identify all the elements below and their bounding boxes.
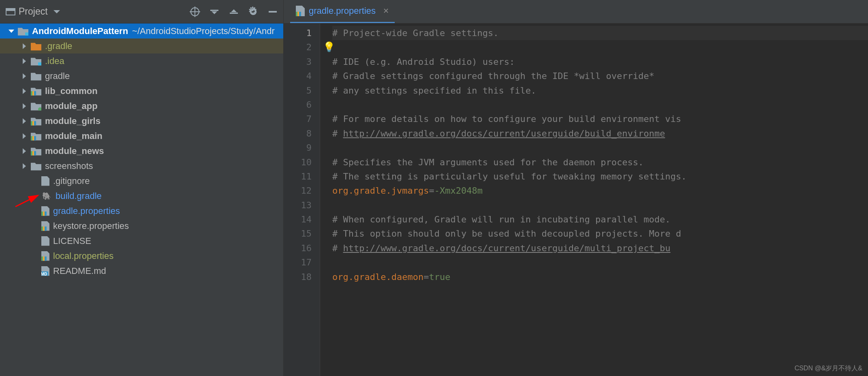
tree-node-keystore-properties[interactable]: keystore.properties — [0, 218, 283, 233]
tree-node-lib-common[interactable]: lib_common — [0, 83, 283, 98]
node-label: README.md — [53, 266, 106, 276]
expand-all-icon[interactable] — [210, 7, 219, 17]
node-label: screenshots — [45, 161, 93, 171]
module-icon — [31, 147, 41, 156]
node-label: keystore.properties — [53, 221, 129, 231]
tree-node--gitignore[interactable]: .gitignore — [0, 173, 283, 188]
code-line: # any settings specified in this file. — [332, 83, 868, 98]
file-icon — [41, 221, 49, 231]
tree-node-gradle[interactable]: gradle — [0, 68, 283, 83]
chevron-right-icon[interactable] — [20, 148, 28, 154]
tree-node-build-gradle[interactable]: build.gradle — [0, 188, 283, 203]
tree-node-module-main[interactable]: module_main — [0, 128, 283, 143]
code-line: org.gradle.jvmargs=-Xmx2048m — [332, 184, 868, 198]
line-number: 4 — [284, 69, 312, 83]
tree-node-AndroidModulePattern[interactable]: AndroidModulePattern~/AndroidStudioProje… — [0, 24, 283, 38]
gear-icon[interactable] — [248, 7, 258, 17]
panel-toolbar — [190, 7, 278, 17]
code-line: # IDE (e.g. Android Studio) users: — [332, 55, 868, 69]
close-icon[interactable]: ✕ — [383, 6, 389, 15]
line-number: 2 — [284, 40, 312, 54]
chevron-right-icon[interactable] — [20, 43, 28, 49]
folder-icon — [31, 72, 41, 81]
chevron-right-icon[interactable] — [20, 133, 28, 139]
chevron-down-icon — [53, 10, 60, 13]
node-label: lib_common — [45, 86, 98, 96]
tree-node-module-girls[interactable]: module_girls — [0, 113, 283, 128]
folder-icon — [31, 57, 41, 66]
folder-icon — [31, 102, 41, 111]
tree-node-module-app[interactable]: module_app — [0, 98, 283, 113]
tree-node-screenshots[interactable]: screenshots — [0, 158, 283, 173]
code-line: # http://www.gradle.org/docs/current/use… — [332, 126, 868, 141]
line-number: 8 — [284, 126, 312, 141]
locate-icon[interactable] — [190, 7, 200, 17]
file-icon — [41, 236, 49, 246]
node-label: AndroidModulePattern — [32, 26, 128, 36]
code-line: # Specifies the JVM arguments used for t… — [332, 155, 868, 169]
node-label: LICENSE — [53, 236, 91, 246]
chevron-right-icon[interactable] — [20, 118, 28, 124]
tree-node-README-md[interactable]: README.md — [0, 263, 283, 278]
code-content[interactable]: # Project-wide Gradle settings. # IDE (e… — [320, 24, 868, 376]
chevron-right-icon[interactable] — [20, 88, 28, 94]
chevron-down-icon[interactable] — [7, 30, 15, 33]
node-label: .gitignore — [53, 176, 90, 186]
line-number: 6 — [284, 98, 312, 112]
code-line — [332, 98, 868, 112]
line-number: 3 — [284, 55, 312, 69]
code-line — [332, 198, 868, 212]
node-label: local.properties — [53, 251, 113, 261]
line-number: 5 — [284, 83, 312, 98]
project-tree[interactable]: AndroidModulePattern~/AndroidStudioProje… — [0, 24, 283, 376]
file-icon — [41, 251, 49, 261]
node-label: module_girls — [45, 116, 100, 126]
tree-node-local-properties[interactable]: local.properties — [0, 248, 283, 263]
node-label: build.gradle — [56, 191, 102, 201]
tree-node--gradle[interactable]: .gradle — [0, 38, 283, 53]
elephant-icon — [41, 192, 52, 201]
chevron-right-icon[interactable] — [20, 58, 28, 64]
chevron-right-icon[interactable] — [20, 73, 28, 79]
project-view-selector[interactable]: Project — [6, 6, 190, 17]
code-line: # The setting is particularly useful for… — [332, 169, 868, 184]
tab-gradle-properties[interactable]: gradle.properties ✕ — [290, 0, 395, 23]
node-label: module_main — [45, 131, 103, 141]
tree-node-module-news[interactable]: module_news — [0, 143, 283, 158]
code-line — [332, 255, 868, 269]
code-editor[interactable]: 💡 123456789101112131415161718 # Project-… — [284, 24, 868, 376]
node-label: module_news — [45, 146, 104, 156]
chevron-right-icon[interactable] — [20, 163, 28, 169]
collapse-all-icon[interactable] — [229, 7, 239, 17]
code-line: # http://www.gradle.org/docs/current/use… — [332, 241, 868, 255]
properties-file-icon — [296, 6, 305, 16]
code-line — [332, 141, 868, 155]
project-panel: Project AndroidModulePattern~/AndroidStu… — [0, 0, 284, 376]
line-number: 16 — [284, 241, 312, 255]
line-number: 11 — [284, 169, 312, 184]
folder-icon — [31, 42, 41, 51]
module-icon — [31, 117, 41, 126]
line-number: 7 — [284, 112, 312, 126]
line-number: 17 — [284, 255, 312, 269]
gutter: 💡 123456789101112131415161718 — [284, 24, 320, 376]
node-label: gradle — [45, 71, 70, 81]
node-label: gradle.properties — [53, 206, 120, 216]
node-path: ~/AndroidStudioProjects/Study/Andr — [132, 26, 275, 36]
code-line: org.gradle.daemon=true — [332, 270, 868, 284]
bulb-icon[interactable]: 💡 — [323, 41, 335, 53]
module-icon — [31, 87, 41, 96]
file-icon — [41, 266, 49, 276]
code-line: # Project-wide Gradle settings. — [332, 26, 868, 40]
chevron-right-icon[interactable] — [20, 103, 28, 109]
code-line: # When configured, Gradle will run in in… — [332, 212, 868, 226]
tree-node--idea[interactable]: .idea — [0, 53, 283, 68]
tab-label: gradle.properties — [309, 6, 376, 16]
tree-node-LICENSE[interactable]: LICENSE — [0, 233, 283, 248]
hide-icon[interactable] — [268, 7, 278, 17]
line-number: 1 — [284, 26, 312, 40]
tree-node-gradle-properties[interactable]: gradle.properties — [0, 203, 283, 218]
panel-header: Project — [0, 0, 283, 24]
node-label: .idea — [45, 56, 64, 66]
folder-icon — [31, 162, 41, 171]
